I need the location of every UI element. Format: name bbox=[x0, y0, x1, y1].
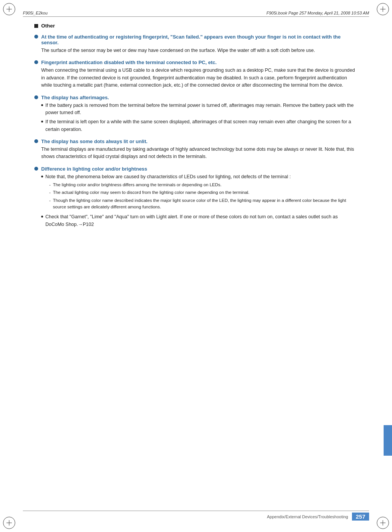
bullet-item-4: The display has some dots always lit or … bbox=[34, 139, 358, 161]
bullet-body-1: The surface of the sensor may be wet or … bbox=[41, 47, 358, 54]
section-title: Other bbox=[41, 23, 55, 29]
top-header: F905i_E2kou F905i.book Page 257 Monday, … bbox=[23, 11, 369, 17]
sub-bullet-icon-3-1 bbox=[41, 121, 43, 123]
bullet-body-4: The terminal displays are manufactured b… bbox=[41, 146, 358, 161]
dash-item-5-0-0: - The lighting color and/or brightness d… bbox=[49, 182, 358, 188]
bullet-circle-2 bbox=[34, 60, 38, 64]
footer: Appendix/External Devices/Troubleshootin… bbox=[23, 511, 369, 521]
corner-mark-bottom-right bbox=[374, 514, 389, 529]
bullet-header-5: Difference in lighting color and/or brig… bbox=[34, 166, 358, 172]
sub-list-5: Note that, the phenomena below are cause… bbox=[41, 173, 358, 228]
bullet-circle-5 bbox=[34, 167, 38, 171]
dash-mark-icon: - bbox=[49, 182, 51, 188]
bullet-item-2: Fingerprint authentication disabled with… bbox=[34, 60, 358, 89]
corner-mark-top-left bbox=[3, 3, 18, 18]
sub-item-text-5-0-main: Note that, the phenomena below are cause… bbox=[45, 174, 291, 179]
bullet-title-3: The display has afterimages. bbox=[41, 95, 109, 100]
bullet-item-1: At the time of authenticating or registe… bbox=[34, 34, 358, 54]
sub-item-text-3-1: If the terminal is left open for a while… bbox=[45, 118, 358, 133]
bullet-circle-3 bbox=[34, 95, 38, 99]
bullet-circle-4 bbox=[34, 139, 38, 143]
right-tab bbox=[384, 425, 392, 456]
bullet-title-2: Fingerprint authentication disabled with… bbox=[41, 60, 217, 65]
bullet-title-1: At the time of authenticating or registe… bbox=[41, 34, 358, 45]
section-heading: Other bbox=[34, 23, 358, 29]
sub-item-5-1: Check that "Garnet", "Lime" and "Aqua" t… bbox=[41, 213, 358, 228]
footer-page-number: 257 bbox=[352, 513, 369, 521]
sub-item-text-5-0: Note that, the phenomena below are cause… bbox=[45, 173, 358, 211]
sub-item-text-3-0: If the battery pack is removed from the … bbox=[45, 102, 358, 117]
bullet-item-5: Difference in lighting color and/or brig… bbox=[34, 166, 358, 228]
sub-bullet-icon-5-0 bbox=[41, 176, 43, 177]
dash-mark-icon: - bbox=[49, 197, 51, 211]
dash-text-5-0-1: The actual lighting color may seem to di… bbox=[53, 189, 358, 196]
sub-bullet-icon-3-0 bbox=[41, 104, 43, 106]
sub-item-3-0: If the battery pack is removed from the … bbox=[41, 102, 358, 117]
dash-list-5-0: - The lighting color and/or brightness d… bbox=[49, 182, 358, 210]
header-right: F905i.book Page 257 Monday, April 21, 20… bbox=[267, 11, 369, 15]
bullet-title-4: The display has some dots always lit or … bbox=[41, 139, 148, 144]
bullet-title-5: Difference in lighting color and/or brig… bbox=[41, 166, 147, 172]
dash-item-5-0-2: - Though the lighting color name describ… bbox=[49, 197, 358, 211]
dash-item-5-0-1: - The actual lighting color may seem to … bbox=[49, 189, 358, 196]
corner-mark-top-right bbox=[374, 3, 389, 18]
bullet-item-3: The display has afterimages. If the batt… bbox=[34, 95, 358, 134]
header-left: F905i_E2kou bbox=[23, 11, 48, 15]
sub-item-3-1: If the terminal is left open for a while… bbox=[41, 118, 358, 133]
dash-mark-icon: - bbox=[49, 189, 51, 196]
corner-mark-bottom-left bbox=[3, 514, 18, 529]
bullet-body-2: When connecting the terminal using a USB… bbox=[41, 67, 358, 89]
sub-item-text-5-1: Check that "Garnet", "Lime" and "Aqua" t… bbox=[45, 213, 358, 228]
section-square-icon bbox=[34, 24, 38, 28]
bullet-header-1: At the time of authenticating or registe… bbox=[34, 34, 358, 45]
page-container: F905i_E2kou F905i.book Page 257 Monday, … bbox=[0, 0, 392, 532]
sub-item-5-0: Note that, the phenomena below are cause… bbox=[41, 173, 358, 211]
content-area: Other At the time of authenticating or r… bbox=[34, 23, 358, 501]
sub-list-3: If the battery pack is removed from the … bbox=[41, 102, 358, 134]
sub-bullet-icon-5-1 bbox=[41, 216, 43, 218]
bullet-circle-1 bbox=[34, 35, 38, 39]
bullet-header-3: The display has afterimages. bbox=[34, 95, 358, 100]
dash-text-5-0-2: Though the lighting color name described… bbox=[53, 197, 358, 211]
dash-text-5-0-0: The lighting color and/or brightness dif… bbox=[53, 182, 358, 188]
footer-label: Appendix/External Devices/Troubleshootin… bbox=[267, 514, 348, 519]
bullet-header-4: The display has some dots always lit or … bbox=[34, 139, 358, 144]
bullet-header-2: Fingerprint authentication disabled with… bbox=[34, 60, 358, 65]
